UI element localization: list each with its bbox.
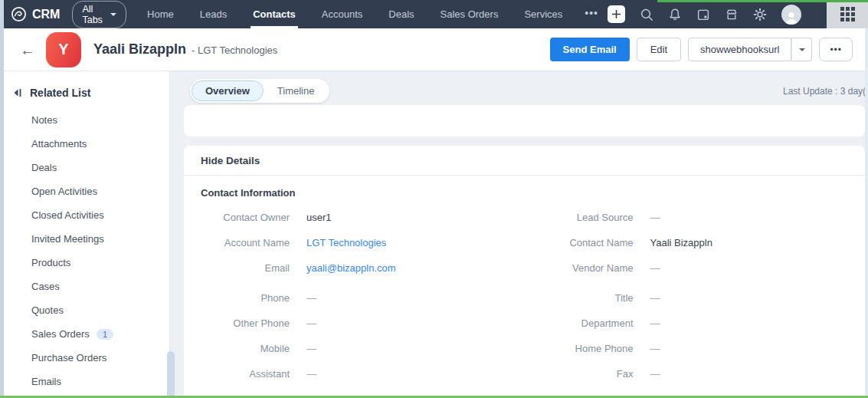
sidebar-item-closed-activities[interactable]: Closed Activities bbox=[0, 203, 169, 227]
sidebar-item-cases[interactable]: Cases bbox=[0, 275, 169, 298]
field-fax: Fax — bbox=[523, 361, 846, 386]
field-value: — bbox=[650, 212, 660, 223]
field-value: user1 bbox=[306, 212, 332, 223]
back-button[interactable]: ← bbox=[20, 42, 35, 58]
module-tabs: Home Leads Contacts Accounts Deals Sales… bbox=[134, 0, 608, 28]
settings-gear-icon[interactable] bbox=[753, 8, 767, 21]
field-assistant: Assistant — bbox=[201, 361, 523, 386]
field-value: Yaali Bizappln bbox=[650, 237, 712, 248]
field-contact-name: Contact Name Yaali Bizappln bbox=[523, 230, 846, 255]
send-email-button[interactable]: Send Email bbox=[550, 38, 630, 61]
nav-more-tabs-button[interactable]: ••• bbox=[575, 0, 608, 28]
field-value: — bbox=[306, 292, 316, 304]
record-header: ← Y Yaali Bizappln - LGT Technologies Se… bbox=[0, 28, 868, 71]
record-actions: Send Email Edit showwebhooksurl ••• bbox=[550, 38, 853, 61]
nav-tab-services[interactable]: Services bbox=[511, 0, 575, 28]
account-name-subtitle: - LGT Technologies bbox=[192, 44, 277, 56]
account-name-link[interactable]: LGT Technologies bbox=[306, 237, 386, 248]
contact-avatar: Y bbox=[46, 32, 81, 67]
field-phone: Phone — bbox=[201, 285, 523, 311]
crm-logo[interactable]: CRM bbox=[11, 6, 60, 22]
chevron-down-icon bbox=[799, 48, 805, 51]
webhook-split-button: showwebhooksurl bbox=[688, 38, 812, 61]
nav-tab-accounts[interactable]: Accounts bbox=[309, 0, 375, 28]
field-value: — bbox=[650, 343, 660, 354]
field-value: — bbox=[650, 292, 660, 304]
marketplace-icon[interactable] bbox=[725, 8, 739, 21]
field-label: Assistant bbox=[201, 368, 290, 380]
search-icon[interactable] bbox=[640, 8, 653, 21]
showwebhooksurl-button[interactable]: showwebhooksurl bbox=[688, 38, 791, 61]
sidebar-item-products[interactable]: Products bbox=[0, 251, 169, 275]
field-label: Mobile bbox=[201, 343, 290, 354]
apps-grid-toggle[interactable] bbox=[827, 0, 868, 28]
related-list-items: Notes Attachments Deals Open Activities … bbox=[0, 108, 169, 398]
sidebar-item-quotes[interactable]: Quotes bbox=[0, 298, 169, 322]
edit-button[interactable]: Edit bbox=[637, 38, 681, 61]
top-navigation-bar: CRM All Tabs Home Leads Contacts Account… bbox=[0, 0, 868, 28]
related-list-sidebar: Related List Notes Attachments Deals Ope… bbox=[0, 71, 170, 398]
field-home-phone: Home Phone — bbox=[523, 336, 846, 361]
field-label: Other Phone bbox=[201, 317, 290, 329]
email-link[interactable]: yaali@bizappln.com bbox=[306, 262, 396, 274]
tab-overview[interactable]: Overview bbox=[192, 81, 264, 101]
sales-orders-count-badge: 1 bbox=[97, 329, 113, 340]
field-label: Contact Name bbox=[523, 237, 634, 248]
nav-tab-home[interactable]: Home bbox=[134, 0, 187, 28]
sidebar-item-purchase-orders[interactable]: Purchase Orders bbox=[0, 346, 169, 370]
page-scrollbar-track[interactable] bbox=[865, 28, 868, 398]
field-value: — bbox=[306, 343, 316, 354]
chevron-down-icon bbox=[110, 13, 116, 16]
user-avatar[interactable] bbox=[781, 5, 801, 25]
contact-name-title: Yaali Bizappln bbox=[93, 41, 186, 58]
notifications-bell-icon[interactable] bbox=[668, 8, 682, 21]
calendar-icon[interactable] bbox=[696, 8, 710, 21]
field-label: Contact Owner bbox=[201, 212, 290, 223]
field-mobile: Mobile — bbox=[201, 336, 523, 361]
sidebar-item-attachments[interactable]: Attachments bbox=[0, 132, 169, 156]
field-label: Email bbox=[201, 262, 290, 274]
hide-details-toggle[interactable]: Hide Details bbox=[184, 146, 865, 176]
sidebar-item-label: Sales Orders bbox=[31, 328, 90, 340]
sidebar-item-emails[interactable]: Emails bbox=[0, 370, 169, 393]
field-email: Email yaali@bizappln.com bbox=[201, 255, 523, 281]
grid-icon bbox=[840, 7, 855, 21]
field-contact-owner: Contact Owner user1 bbox=[201, 205, 523, 230]
sidebar-scrollbar-thumb[interactable] bbox=[167, 351, 175, 398]
nav-tab-sales-orders[interactable]: Sales Orders bbox=[427, 0, 512, 28]
sidebar-item-notes[interactable]: Notes bbox=[0, 108, 169, 132]
field-label: Title bbox=[523, 292, 634, 304]
last-update-text: Last Update : 3 day(s) ago bbox=[783, 86, 868, 97]
quick-create-button[interactable] bbox=[608, 5, 625, 23]
collapse-panel-icon[interactable] bbox=[13, 88, 21, 97]
field-title: Title — bbox=[523, 285, 846, 311]
related-list-title: Related List bbox=[30, 87, 90, 99]
webhook-dropdown-toggle[interactable] bbox=[791, 38, 812, 61]
crm-contact-detail-screen: CRM All Tabs Home Leads Contacts Account… bbox=[0, 0, 868, 398]
left-edge-strip bbox=[0, 0, 4, 398]
record-title-group: Yaali Bizappln - LGT Technologies bbox=[93, 41, 277, 58]
sidebar-item-invited-meetings[interactable]: Invited Meetings bbox=[0, 227, 169, 251]
sidebar-item-open-activities[interactable]: Open Activities bbox=[0, 179, 169, 203]
zoho-logo-icon bbox=[11, 6, 27, 22]
field-value: — bbox=[306, 368, 316, 380]
nav-tab-deals[interactable]: Deals bbox=[375, 0, 427, 28]
top-green-border bbox=[657, 0, 868, 2]
nav-tab-leads[interactable]: Leads bbox=[187, 0, 240, 28]
plus-icon bbox=[611, 9, 621, 19]
sidebar-item-sales-orders[interactable]: Sales Orders1 bbox=[0, 322, 169, 346]
field-lead-source: Lead Source — bbox=[523, 205, 846, 230]
more-actions-button[interactable]: ••• bbox=[819, 38, 853, 61]
field-value: — bbox=[650, 368, 660, 380]
field-label: Account Name bbox=[201, 237, 290, 248]
field-account-name: Account Name LGT Technologies bbox=[201, 230, 523, 255]
view-tabs: Overview Timeline bbox=[190, 79, 329, 103]
sidebar-item-deals[interactable]: Deals bbox=[0, 156, 169, 179]
nav-tab-contacts[interactable]: Contacts bbox=[240, 0, 309, 28]
all-tabs-label: All Tabs bbox=[82, 4, 105, 25]
field-label: Department bbox=[523, 317, 634, 329]
field-value: — bbox=[306, 317, 316, 329]
all-tabs-dropdown[interactable]: All Tabs bbox=[72, 1, 126, 28]
field-other-phone: Other Phone — bbox=[201, 311, 523, 336]
tab-timeline[interactable]: Timeline bbox=[264, 81, 329, 101]
